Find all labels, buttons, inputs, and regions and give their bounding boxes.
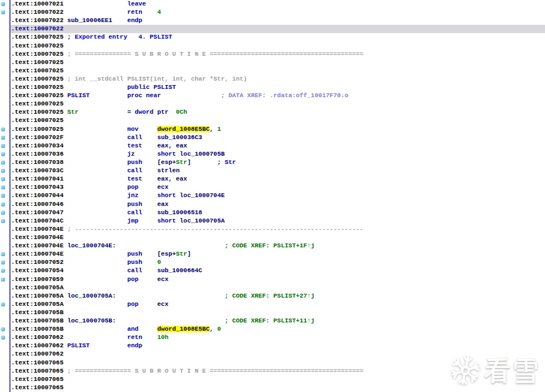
listing-line[interactable]: .text:10007036jzshort loc_1000705B bbox=[0, 150, 545, 158]
code-token-pun: , bbox=[209, 126, 217, 133]
listing-line[interactable]: .text:1000703Ccallstrlen bbox=[0, 167, 545, 175]
code-token-pub: PSLIST bbox=[67, 92, 90, 99]
code-token-kw: call bbox=[127, 267, 142, 274]
code-token-num: 1 bbox=[217, 126, 221, 133]
listing-line[interactable]: .text:1000705Apopecx bbox=[0, 300, 545, 309]
listing-line[interactable]: .text:1000704E bbox=[0, 234, 545, 242]
code-dot-icon bbox=[1, 136, 5, 140]
code-token-kw: and bbox=[127, 326, 138, 332]
code-token-addr: .text:10007034 bbox=[11, 142, 64, 149]
code-token-addr: .text:10007038 bbox=[11, 159, 64, 166]
listing-line[interactable]: .text:10007025public PSLIST bbox=[0, 83, 545, 92]
listing-line[interactable]: .text:10007025PSLISTproc near; DATA XREF… bbox=[0, 92, 545, 100]
code-token-addr: .text:1000705B bbox=[11, 309, 64, 316]
code-token-reg: eax bbox=[157, 142, 168, 149]
code-dot-icon bbox=[1, 278, 5, 282]
code-token-pun: ] bbox=[187, 159, 191, 166]
code-token-pub: PSLIST bbox=[154, 84, 176, 91]
code-token-reg: ecx bbox=[157, 276, 168, 283]
code-token-addr: .text:1000703C bbox=[11, 167, 64, 174]
listing-line[interactable]: .text:10007047callsub_10006518 bbox=[0, 209, 545, 217]
code-token-kw: push bbox=[127, 251, 142, 257]
code-token-num: 10h bbox=[157, 334, 168, 341]
listing-line[interactable]: .text:10007025 bbox=[0, 67, 545, 75]
listing-line[interactable]: .text:10007054callsub_1000664C bbox=[0, 267, 545, 275]
listing-line[interactable]: .text:10007062retn10h bbox=[0, 333, 545, 342]
listing-line[interactable]: .text:10007034testeax, eax bbox=[0, 142, 545, 150]
listing-line[interactable]: .text:10007062 bbox=[0, 350, 545, 358]
listing-line[interactable]: .text:1000704Cjmpshort loc_1000705A bbox=[0, 217, 545, 225]
listing-line[interactable]: .text:10007046pusheax bbox=[0, 200, 545, 209]
listing-line[interactable]: .text:10007059popecx bbox=[0, 276, 545, 284]
code-token-addr: .text:10007062 bbox=[11, 334, 64, 341]
code-token-kw: public bbox=[127, 84, 153, 91]
code-token-addr: .text:10007025 bbox=[11, 100, 64, 107]
code-token-num: 0 bbox=[217, 326, 221, 332]
listing-line[interactable]: .text:10007025 bbox=[0, 59, 545, 67]
code-token-cmtb: ; Str bbox=[217, 159, 236, 166]
listing-line[interactable]: .text:10007025Str= dword ptr 0Ch bbox=[0, 108, 545, 116]
code-token-name: strlen bbox=[157, 167, 180, 174]
code-token-name: loc_1000705A: bbox=[67, 293, 116, 299]
listing-line[interactable]: .text:10007038push[esp+Str]; Str bbox=[0, 158, 545, 167]
code-dot-icon bbox=[1, 336, 5, 340]
listing-line[interactable]: .text:1000705B bbox=[0, 309, 545, 317]
code-token-addr: .text:1000705B bbox=[11, 326, 64, 332]
listing-line[interactable]: .text:10007022retn4 bbox=[0, 8, 545, 17]
listing-line[interactable]: .text:10007025 bbox=[0, 116, 545, 125]
listing-line[interactable]: .text:10007025; Exported entry 4. PSLIST bbox=[0, 33, 545, 41]
listing-line[interactable]: .text:10007025movdword_1008E5BC, 1 bbox=[0, 125, 545, 134]
listing-line[interactable]: .text:10007065; =============== S U B R … bbox=[0, 367, 545, 375]
code-dot-icon bbox=[1, 219, 5, 223]
code-token-addr: .text:1000704E bbox=[11, 226, 64, 232]
listing-line[interactable]: .text:10007065 bbox=[0, 384, 545, 392]
listing-line[interactable]: .text:10007065 bbox=[0, 359, 545, 367]
code-token-xc: ; CODE XREF: PSLIST+11↑j bbox=[224, 317, 315, 324]
code-token-kw: jmp bbox=[127, 218, 138, 224]
listing-line[interactable]: .text:10007022sub_10006EE1endp bbox=[0, 17, 545, 25]
listing-line[interactable]: .text:1000704E; ------------------------… bbox=[0, 225, 545, 234]
code-token-name: sub_10006EE1 bbox=[67, 17, 112, 24]
listing-line[interactable]: .text:10007044jnzshort loc_1000704E bbox=[0, 192, 545, 200]
listing-line[interactable]: .text:10007052push0 bbox=[0, 258, 545, 267]
listing-line[interactable]: .text:1000705Aloc_1000705A:; CODE XREF: … bbox=[0, 292, 545, 300]
code-token-addr: .text:10007043 bbox=[11, 184, 64, 190]
listing-line[interactable]: .text:10007065 bbox=[0, 375, 545, 384]
listing-line[interactable]: .text:10007025; int __stdcall PSLIST(int… bbox=[0, 75, 545, 83]
code-dot-icon bbox=[1, 261, 5, 264]
listing-line[interactable]: .text:10007025 bbox=[0, 42, 545, 50]
listing-line[interactable]: .text:1000704Eloc_1000704E:; CODE XREF: … bbox=[0, 242, 545, 250]
code-token-addr: .text:10007065 bbox=[11, 376, 64, 383]
listing-line[interactable]: .text:10007022 bbox=[0, 25, 545, 33]
code-token-addr: .text:10007025 bbox=[11, 76, 64, 82]
listing-line[interactable]: .text:1000705Banddword_1008E5BC, 0 bbox=[0, 325, 545, 333]
code-token-kw: endp bbox=[127, 17, 142, 24]
code-token-addr: .text:10007025 bbox=[11, 84, 64, 91]
code-token-kw: call bbox=[127, 209, 142, 216]
code-token-addr: .text:10007025 bbox=[11, 109, 64, 115]
listing-line[interactable]: .text:10007021leave bbox=[0, 0, 545, 8]
code-token-hl: dword_1008E5BC bbox=[157, 126, 209, 133]
listing-line[interactable]: .text:10007041testeax, eax bbox=[0, 175, 545, 183]
code-token-var: Str bbox=[67, 109, 78, 115]
code-token-addrsel: .text:10007022 bbox=[11, 25, 64, 32]
listing-line[interactable]: .text:1000702Fcallsub_100036C3 bbox=[0, 134, 545, 142]
code-token-kw: mov bbox=[127, 126, 138, 133]
code-token-reg: esp bbox=[161, 159, 172, 166]
code-dot-icon bbox=[1, 203, 5, 206]
listing-line[interactable]: .text:10007062PSLISTendp bbox=[0, 342, 545, 350]
listing-line[interactable]: .text:10007043popecx bbox=[0, 183, 545, 192]
code-token-addr: .text:10007054 bbox=[11, 267, 64, 274]
listing-line[interactable]: .text:1000705A bbox=[0, 284, 545, 292]
code-token-addr: .text:1000704E bbox=[11, 251, 64, 257]
listing-line[interactable]: .text:10007025 bbox=[0, 100, 545, 108]
listing-line[interactable]: .text:10007025; =============== S U B R … bbox=[0, 50, 545, 59]
code-dot-icon bbox=[1, 152, 5, 156]
listing-line[interactable]: .text:1000705Bloc_1000705B:; CODE XREF: … bbox=[0, 317, 545, 325]
code-token-addr: .text:10007062 bbox=[11, 351, 64, 357]
code-dot-icon bbox=[1, 303, 5, 306]
code-token-addr: .text:10007044 bbox=[11, 192, 64, 199]
code-token-addr: .text:10007065 bbox=[11, 384, 64, 391]
listing-line[interactable]: .text:1000704Epush[esp+Str] bbox=[0, 250, 545, 258]
code-token-reg: ecx bbox=[157, 184, 168, 190]
